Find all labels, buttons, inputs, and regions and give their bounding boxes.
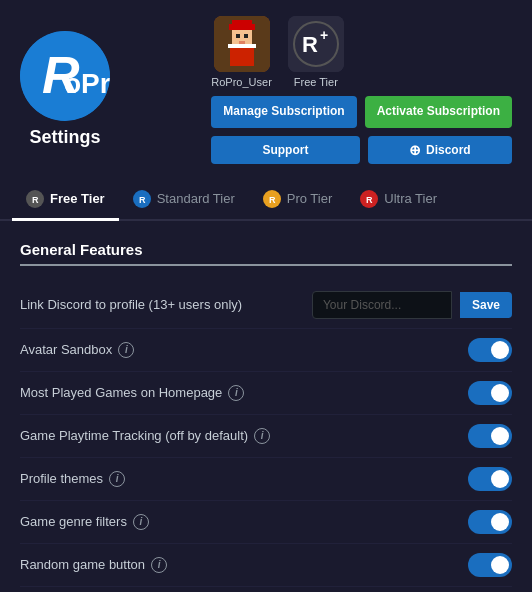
profile-themes-slider xyxy=(468,467,512,491)
ropro-logo: R oPro xyxy=(20,31,110,121)
tab-ultra-label: Ultra Tier xyxy=(384,191,437,206)
svg-text:R: R xyxy=(269,195,276,205)
game-genre-label: Game genre filters i xyxy=(20,514,149,530)
tab-pro-label: Pro Tier xyxy=(287,191,333,206)
random-game-info-icon[interactable]: i xyxy=(151,557,167,573)
tab-icon-standard: R xyxy=(133,190,151,208)
game-playtime-slider xyxy=(468,424,512,448)
feature-row-avatar-sandbox: Avatar Sandbox i xyxy=(20,329,512,372)
content-area: General Features Link Discord to profile… xyxy=(0,221,532,592)
avatar-sandbox-slider xyxy=(468,338,512,362)
manage-subscription-button[interactable]: Manage Subscription xyxy=(211,96,356,128)
feature-row-game-genre: Game genre filters i xyxy=(20,501,512,544)
link-discord-label: Link Discord to profile (13+ users only) xyxy=(20,297,242,312)
discord-icon: ⊕ xyxy=(409,142,421,158)
activate-subscription-button[interactable]: Activate Subscription xyxy=(365,96,512,128)
feature-row-random-game: Random game button i xyxy=(20,544,512,587)
game-genre-info-icon[interactable]: i xyxy=(133,514,149,530)
svg-text:R: R xyxy=(32,195,39,205)
settings-title: Settings xyxy=(29,127,100,148)
svg-rect-10 xyxy=(232,20,252,28)
header: R oPro Settings xyxy=(0,0,532,180)
avatar-sandbox-label: Avatar Sandbox i xyxy=(20,342,134,358)
tab-standard-tier[interactable]: R Standard Tier xyxy=(119,180,249,221)
most-played-label: Most Played Games on Homepage i xyxy=(20,385,244,401)
ropro-username: RoPro_User xyxy=(211,76,272,88)
svg-text:oPro: oPro xyxy=(64,68,110,99)
svg-rect-4 xyxy=(230,46,254,66)
tab-free-tier[interactable]: R Free Tier xyxy=(12,180,119,221)
user-accounts: RoPro_User R + Free Tier xyxy=(211,16,512,88)
most-played-info-icon[interactable]: i xyxy=(228,385,244,401)
profile-themes-toggle[interactable] xyxy=(468,467,512,491)
feature-row-profile-themes: Profile themes i xyxy=(20,458,512,501)
general-features-title: General Features xyxy=(20,241,512,266)
feature-row-game-playtime: Game Playtime Tracking (off by default) … xyxy=(20,415,512,458)
game-genre-toggle[interactable] xyxy=(468,510,512,534)
tab-pro-tier[interactable]: R Pro Tier xyxy=(249,180,347,221)
tab-standard-label: Standard Tier xyxy=(157,191,235,206)
discord-save-button[interactable]: Save xyxy=(460,292,512,318)
svg-rect-7 xyxy=(244,34,248,38)
svg-text:+: + xyxy=(320,27,328,43)
random-game-label: Random game button i xyxy=(20,557,167,573)
support-button[interactable]: Support xyxy=(211,136,359,164)
discord-button-label: Discord xyxy=(426,143,471,157)
random-game-slider xyxy=(468,553,512,577)
feature-row-most-played: Most Played Games on Homepage i xyxy=(20,372,512,415)
ropro-user-account: RoPro_User xyxy=(211,16,272,88)
free-tier-account: R + Free Tier xyxy=(288,16,344,88)
support-discord-row: Support ⊕ Discord xyxy=(211,136,512,164)
action-buttons-row1: Manage Subscription Activate Subscriptio… xyxy=(211,96,512,128)
discord-button[interactable]: ⊕ Discord xyxy=(368,136,512,164)
discord-input[interactable] xyxy=(312,291,452,319)
profile-themes-info-icon[interactable]: i xyxy=(109,471,125,487)
tab-icon-free: R xyxy=(26,190,44,208)
discord-input-group: Save xyxy=(312,291,512,319)
avatar-sandbox-info-icon[interactable]: i xyxy=(118,342,134,358)
tab-free-label: Free Tier xyxy=(50,191,105,206)
most-played-toggle[interactable] xyxy=(468,381,512,405)
svg-text:R: R xyxy=(366,195,373,205)
svg-rect-11 xyxy=(228,44,256,48)
game-playtime-toggle[interactable] xyxy=(468,424,512,448)
tabs-bar: R Free Tier R Standard Tier R Pro Tier R… xyxy=(0,180,532,221)
game-genre-slider xyxy=(468,510,512,534)
svg-rect-6 xyxy=(236,34,240,38)
tab-ultra-tier[interactable]: R Ultra Tier xyxy=(346,180,451,221)
most-played-slider xyxy=(468,381,512,405)
svg-text:R: R xyxy=(302,32,318,57)
free-tier-avatar: R + xyxy=(288,16,344,72)
free-tier-label: Free Tier xyxy=(294,76,338,88)
random-game-toggle[interactable] xyxy=(468,553,512,577)
svg-text:R: R xyxy=(139,195,146,205)
avatar-sandbox-toggle[interactable] xyxy=(468,338,512,362)
game-playtime-label: Game Playtime Tracking (off by default) … xyxy=(20,428,270,444)
feature-row-link-discord: Link Discord to profile (13+ users only)… xyxy=(20,282,512,329)
tab-icon-ultra: R xyxy=(360,190,378,208)
profile-themes-label: Profile themes i xyxy=(20,471,125,487)
ropro-user-avatar xyxy=(214,16,270,72)
logo-container: R oPro Settings xyxy=(20,31,110,148)
svg-rect-8 xyxy=(239,41,245,44)
tab-icon-pro: R xyxy=(263,190,281,208)
user-section: RoPro_User R + Free Tier Manage Subscr xyxy=(211,16,512,164)
game-playtime-info-icon[interactable]: i xyxy=(254,428,270,444)
